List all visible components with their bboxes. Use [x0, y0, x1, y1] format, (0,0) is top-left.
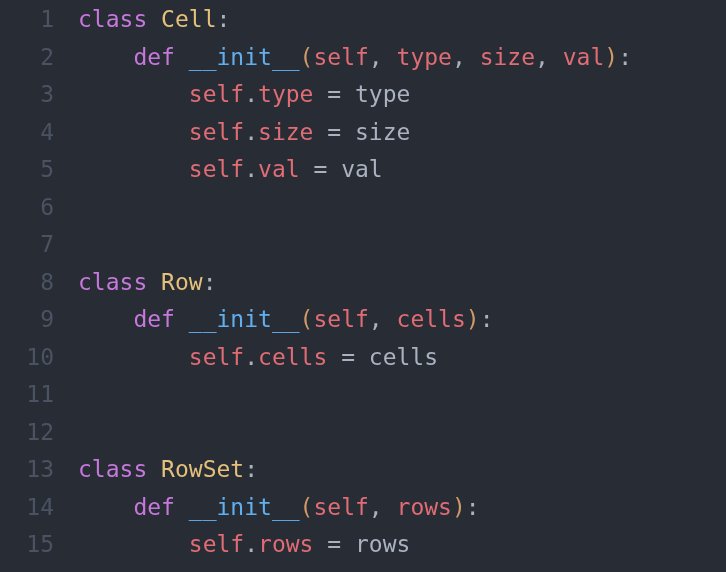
line-number: 11 — [0, 381, 78, 407]
code-content: self.val = val — [78, 156, 383, 182]
line-number: 7 — [0, 231, 78, 257]
code-content: class Row: — [78, 269, 217, 295]
line-number: 9 — [0, 306, 78, 332]
code-content: class RowSet: — [78, 456, 258, 482]
code-editor: 1class Cell: 2 def __init__(self, type, … — [0, 0, 726, 569]
line-number: 10 — [0, 344, 78, 370]
line-number: 5 — [0, 156, 78, 182]
code-content: self.size = size — [78, 119, 410, 145]
code-line: 7 — [0, 231, 726, 269]
code-content: def __init__(self, type, size, val): — [78, 44, 632, 70]
code-content: self.type = type — [78, 81, 410, 107]
line-number: 13 — [0, 456, 78, 482]
line-number: 6 — [0, 194, 78, 220]
code-line: 8class Row: — [0, 269, 726, 307]
code-line: 13class RowSet: — [0, 456, 726, 494]
line-number: 4 — [0, 119, 78, 145]
line-number: 12 — [0, 419, 78, 445]
code-line: 15 self.rows = rows — [0, 531, 726, 569]
code-line: 6 — [0, 194, 726, 232]
code-line: 9 def __init__(self, cells): — [0, 306, 726, 344]
code-content: self.cells = cells — [78, 344, 438, 370]
line-number: 15 — [0, 531, 78, 557]
code-line: 11 — [0, 381, 726, 419]
line-number: 14 — [0, 494, 78, 520]
line-number: 3 — [0, 81, 78, 107]
code-line: 3 self.type = type — [0, 81, 726, 119]
code-line: 4 self.size = size — [0, 119, 726, 157]
line-number: 1 — [0, 6, 78, 32]
line-number: 8 — [0, 269, 78, 295]
code-content: self.rows = rows — [78, 531, 410, 557]
code-line: 14 def __init__(self, rows): — [0, 494, 726, 532]
line-number: 2 — [0, 44, 78, 70]
code-content: class Cell: — [78, 6, 230, 32]
code-line: 10 self.cells = cells — [0, 344, 726, 382]
code-line: 12 — [0, 419, 726, 457]
code-content: def __init__(self, cells): — [78, 306, 494, 332]
code-line: 5 self.val = val — [0, 156, 726, 194]
code-line: 2 def __init__(self, type, size, val): — [0, 44, 726, 82]
code-line: 1class Cell: — [0, 6, 726, 44]
code-content: def __init__(self, rows): — [78, 494, 480, 520]
